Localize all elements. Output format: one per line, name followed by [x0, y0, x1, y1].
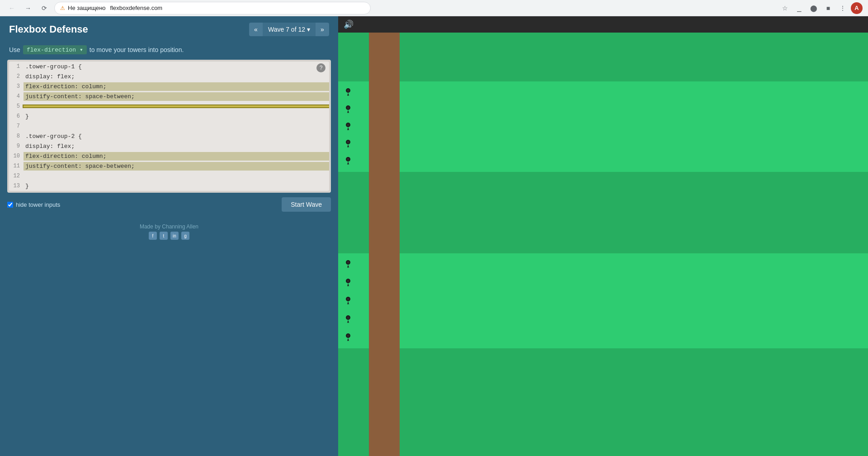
url-text: flexboxdefense.com: [110, 5, 163, 11]
tower-2-3: [342, 294, 354, 307]
css-keyword-button[interactable]: flex-direction ▾: [23, 45, 87, 54]
lane-1: [338, 81, 868, 172]
linkedin-icon[interactable]: in: [170, 232, 179, 240]
line-content-11: justify-content: space-between;: [24, 162, 329, 171]
wave-selector-button[interactable]: Wave 7 of 12 ▾: [263, 23, 316, 36]
code-line-8: 8.tower-group-2 {: [9, 131, 329, 141]
code-line-13: 13}: [9, 181, 329, 191]
code-line-9: 9 display: flex;: [9, 141, 329, 151]
address-bar[interactable]: ⚠ Не защищено flexboxdefense.com: [54, 2, 371, 14]
game-canvas: [338, 33, 868, 456]
line-number-11: 11: [9, 163, 24, 169]
code-line-6: 6}: [9, 111, 329, 121]
ext2-button[interactable]: ⬤: [807, 2, 820, 14]
instruction-prefix: Use: [9, 46, 20, 53]
hide-inputs-checkbox[interactable]: [7, 202, 13, 208]
line-content-9: display: flex;: [24, 142, 329, 151]
line-number-7: 7: [9, 123, 24, 129]
ext1-button[interactable]: ⎯: [793, 2, 806, 14]
security-warning-icon: ⚠: [60, 5, 65, 11]
warning-text: Не защищено: [68, 5, 106, 11]
back-button[interactable]: ←: [5, 2, 18, 14]
svg-point-17: [347, 316, 349, 319]
tower-2-2: [342, 276, 354, 289]
facebook-icon[interactable]: f: [149, 232, 157, 240]
tower-1-4: [342, 138, 354, 150]
browser-actions: ☆ ⎯ ⬤ ■ ⋮ A: [778, 2, 863, 14]
game-title: Flexbox Defense: [9, 24, 88, 35]
lane-1-path: [369, 81, 400, 172]
tower-1-3: [342, 120, 354, 133]
tower-2-5: [342, 331, 354, 344]
path-strip-top: [369, 33, 400, 81]
post-lane-area: [338, 348, 868, 456]
line-number-10: 10: [9, 153, 24, 159]
next-wave-button[interactable]: »: [316, 23, 329, 36]
wave-dropdown-arrow: ▾: [307, 26, 310, 33]
help-button[interactable]: ?: [316, 63, 326, 72]
code-line-10: 10 flex-direction: column;: [9, 151, 329, 161]
github-icon[interactable]: g: [181, 232, 189, 240]
line-content-13: }: [24, 182, 329, 190]
instruction-suffix: to move your towers into position.: [90, 46, 184, 53]
line-content-4: justify-content: space-between;: [24, 92, 329, 101]
line-content-6: }: [24, 112, 329, 121]
hide-inputs-text: hide tower inputs: [16, 201, 60, 208]
svg-point-13: [347, 280, 349, 282]
left-panel: Flexbox Defense « Wave 7 of 12 ▾ » Use f…: [0, 16, 338, 456]
line-content-5[interactable]: [24, 105, 329, 107]
code-line-11: 11 justify-content: space-between;: [9, 161, 329, 171]
line-number-1: 1: [9, 63, 24, 70]
svg-point-15: [347, 298, 349, 300]
pre-lane-area: [338, 33, 868, 81]
credits-text: Made by Channing Allen: [7, 223, 331, 230]
code-line-4: 4 justify-content: space-between;: [9, 91, 329, 101]
code-lines: 1.tower-group-1 {2 display: flex;3 flex-…: [9, 62, 329, 191]
editor-footer: hide tower inputs Start Wave: [0, 193, 338, 216]
line-content-7: [24, 125, 329, 127]
forward-button[interactable]: →: [22, 2, 34, 14]
svg-point-1: [347, 89, 349, 92]
line-number-6: 6: [9, 113, 24, 119]
twitter-icon[interactable]: t: [160, 232, 168, 240]
code-editor: 1.tower-group-1 {2 display: flex;3 flex-…: [7, 60, 331, 193]
line-content-10: flex-direction: column;: [24, 152, 329, 161]
right-panel: 🔊: [338, 16, 868, 456]
extensions-button[interactable]: ■: [822, 2, 835, 14]
prev-wave-button[interactable]: «: [249, 23, 263, 36]
line-number-5: 5: [9, 103, 24, 109]
hide-inputs-label[interactable]: hide tower inputs: [7, 201, 60, 208]
line-number-8: 8: [9, 133, 24, 139]
tower-2-4: [342, 313, 354, 326]
line-number-12: 12: [9, 173, 24, 179]
code-line-12: 12: [9, 171, 329, 181]
refresh-button[interactable]: ⟳: [38, 2, 51, 14]
line-content-8: .tower-group-2 {: [24, 132, 329, 141]
tower-group-2: [338, 253, 369, 348]
main-container: Flexbox Defense « Wave 7 of 12 ▾ » Use f…: [0, 16, 868, 456]
credits: Made by Channing Allen f t in g: [0, 216, 338, 247]
lane-2-path: [369, 253, 400, 348]
code-line-1: 1.tower-group-1 {: [9, 62, 329, 71]
svg-point-9: [347, 158, 349, 161]
svg-point-3: [347, 106, 349, 109]
settings-button[interactable]: ⋮: [836, 2, 849, 14]
line-number-3: 3: [9, 83, 24, 90]
sound-button[interactable]: 🔊: [344, 19, 354, 29]
line-content-1: .tower-group-1 {: [24, 62, 329, 71]
line-number-9: 9: [9, 143, 24, 149]
line-content-12: [24, 175, 329, 177]
start-wave-button[interactable]: Start Wave: [282, 197, 331, 212]
line-content-2: display: flex;: [24, 72, 329, 81]
tower-group-1: [338, 81, 369, 172]
line-content-3: flex-direction: column;: [24, 82, 329, 91]
line-number-13: 13: [9, 183, 24, 189]
profile-button[interactable]: A: [851, 2, 863, 14]
game-header: Flexbox Defense « Wave 7 of 12 ▾ »: [0, 16, 338, 43]
social-icons: f t in g: [7, 232, 331, 240]
instruction-bar: Use flex-direction ▾ to move your towers…: [0, 43, 338, 60]
wave-controls: « Wave 7 of 12 ▾ »: [249, 23, 329, 36]
bookmark-button[interactable]: ☆: [778, 2, 791, 14]
tower-1-5: [342, 155, 354, 167]
code-line-5[interactable]: 5: [9, 101, 329, 111]
